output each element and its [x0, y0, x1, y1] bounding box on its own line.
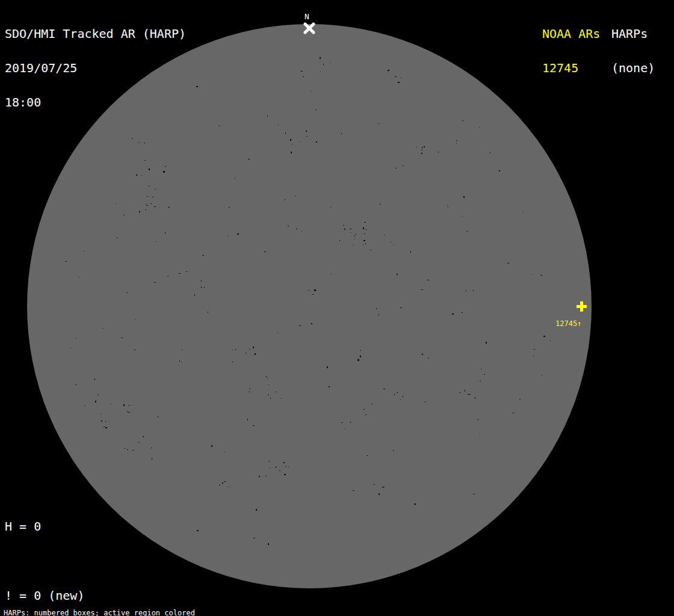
noise-speckle [398, 82, 400, 83]
noise-speckle [388, 72, 388, 72]
noise-speckle [139, 211, 140, 212]
noise-speckle [388, 70, 389, 71]
noise-speckle [365, 243, 366, 244]
noise-speckle [267, 116, 268, 117]
noise-speckle [235, 349, 236, 350]
noise-speckle [163, 171, 165, 173]
north-pole-x-icon [303, 22, 316, 35]
noise-speckle [467, 231, 468, 232]
noise-speckle [469, 394, 471, 395]
noise-speckle [181, 362, 182, 362]
noise-speckle [374, 484, 375, 485]
noise-speckle [277, 333, 278, 333]
plot-time: 18:00 [5, 97, 186, 108]
noise-speckle [465, 291, 466, 291]
noise-speckle [473, 290, 474, 291]
noise-speckle [301, 71, 303, 72]
noise-speckle [421, 150, 422, 150]
noise-speckle [364, 222, 366, 223]
noise-speckle [378, 315, 379, 315]
harps-value: (none) [611, 63, 655, 74]
noise-speckle [343, 225, 344, 226]
harp-count-line: H = 0 [5, 521, 143, 532]
noise-speckle [182, 350, 182, 350]
noise-speckle [422, 147, 422, 149]
noise-speckle [104, 427, 105, 427]
noise-speckle [151, 448, 152, 448]
noise-speckle [353, 245, 354, 245]
noise-speckle [364, 233, 365, 234]
noise-speckle [149, 185, 149, 186]
noise-speckle [379, 123, 380, 124]
noise-speckle [456, 143, 457, 143]
noise-speckle [202, 255, 204, 256]
noise-speckle [403, 396, 403, 397]
noise-speckle [167, 276, 168, 277]
noise-speckle [145, 209, 146, 210]
noise-speckle [135, 319, 136, 320]
noise-speckle [100, 414, 101, 414]
noise-speckle [522, 212, 523, 212]
noise-speckle [424, 146, 425, 147]
noise-speckle [228, 236, 229, 236]
noise-speckle [401, 78, 401, 78]
noise-speckle [105, 427, 107, 428]
noise-speckle [179, 273, 181, 274]
plot-date: 2019/07/25 [5, 63, 186, 74]
noise-speckle [339, 240, 340, 241]
noise-speckle [512, 413, 513, 414]
noise-speckle [156, 241, 156, 242]
noise-speckle [134, 350, 135, 350]
noise-speckle [330, 207, 331, 208]
noise-speckle [76, 338, 76, 339]
noise-speckle [327, 366, 328, 368]
noise-speckle [384, 235, 385, 235]
noise-speckle [75, 384, 76, 385]
noise-speckle [284, 474, 286, 475]
noise-speckle [311, 91, 311, 91]
noise-speckle [249, 392, 250, 392]
noise-speckle [235, 178, 235, 179]
noise-speckle [158, 416, 158, 417]
noise-speckle [146, 204, 146, 205]
noise-speckle [85, 405, 85, 406]
noise-speckle [484, 374, 485, 375]
footer-note-harps: HARPs: numbered boxes; active region col… [4, 610, 256, 616]
noise-speckle [462, 120, 463, 121]
noise-speckle [534, 349, 535, 350]
noise-speckle [179, 360, 180, 362]
noise-speckle [468, 394, 469, 395]
noise-speckle [248, 159, 250, 159]
noise-speckle [132, 405, 132, 405]
noise-speckle [329, 386, 330, 387]
noise-speckle [279, 470, 280, 471]
noise-speckle [230, 487, 230, 487]
noise-speckle [397, 392, 398, 393]
noise-speckle [422, 354, 423, 355]
noise-speckle [308, 290, 309, 291]
noise-speckle [543, 336, 545, 337]
noise-speckle [360, 356, 361, 357]
noise-speckle [341, 422, 342, 423]
noise-speckle [323, 64, 324, 65]
noise-speckle [168, 207, 170, 208]
noise-speckle [400, 399, 401, 400]
noise-speckle [141, 175, 142, 176]
noise-speckle [311, 323, 312, 324]
noise-speckle [366, 455, 368, 456]
noise-speckle [267, 378, 268, 378]
noaa-ars-column: NOAA ARs 12745 [542, 5, 600, 85]
noise-speckle [149, 168, 150, 170]
noise-speckle [224, 452, 225, 452]
noise-speckle [316, 141, 317, 143]
noise-speckle [519, 399, 521, 399]
noise-speckle [125, 448, 125, 449]
noise-speckle [211, 445, 212, 447]
noise-speckle [197, 530, 199, 531]
noaa-ars-value: 12745 [542, 63, 600, 74]
noise-speckle [345, 429, 345, 430]
noise-speckle [270, 467, 270, 468]
noise-speckle [299, 325, 301, 326]
noise-speckle [155, 189, 156, 189]
noise-speckle [132, 450, 134, 451]
